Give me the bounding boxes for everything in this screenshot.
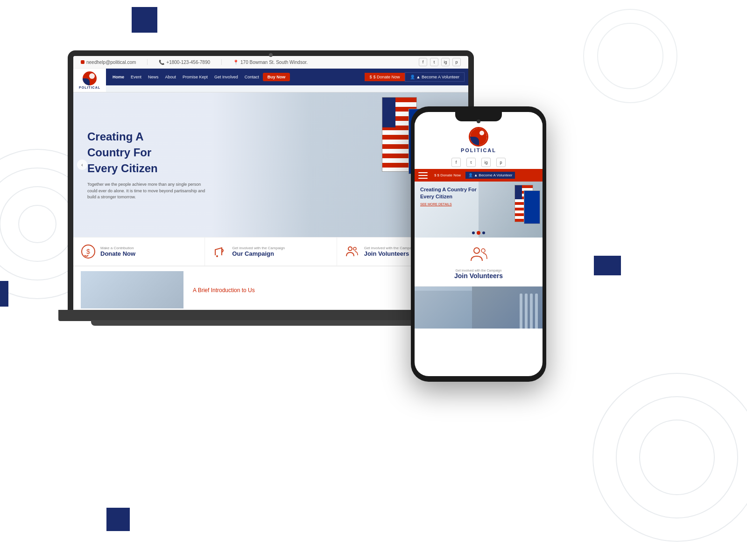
topbar-divider-2 [221,59,222,65]
scene: needhelp@political.com 📞 +1800-123-456-7… [0,0,747,560]
svg-point-8 [598,23,663,89]
address-text: 170 Bowman St. South Windsor. [240,60,308,65]
nav-getinvolved[interactable]: Get Involved [211,73,241,81]
hero-title: Creating A Country For Every Citizen [87,129,276,176]
svg-point-14 [474,248,479,253]
volunteer-icon: 👤 [410,75,415,79]
volunteers-card-text: Get involved with the Campaign Join Volu… [364,246,417,257]
phone-twitter-icon[interactable]: t [466,158,476,167]
buy-now-button[interactable]: Buy Now [263,73,290,81]
donate-small-text: Make a Contribution [100,246,135,250]
phone-see-more-link[interactable]: SEE MORE DETAILS [420,203,537,206]
campaign-small-text: Get involved with the Campaign [232,246,285,250]
phone-notch [455,112,502,121]
phone-info: 📞 +1800-123-456-7890 [159,60,210,65]
svg-point-15 [481,249,485,252]
intro-title: A Brief Introduction to Us [193,287,255,294]
svg-point-13 [353,247,356,250]
phone-donate-button[interactable]: $ $ Donate Now [431,172,464,179]
volunteers-large-text: Join Volunteers [364,250,417,257]
svg-text:$: $ [86,248,90,255]
action-cards-row: $ Make a Contribution Donate Now [73,237,468,266]
phone-donate-icon: $ [434,173,436,177]
nav-contact[interactable]: Contact [242,73,262,81]
website-topbar: needhelp@political.com 📞 +1800-123-456-7… [73,56,468,69]
svg-point-12 [348,247,352,251]
phone-screen: POLITICAL f t ig p [415,112,543,376]
svg-point-11 [216,255,218,257]
address-info: 📍 170 Bowman St. South Windsor. [233,60,308,65]
donate-card[interactable]: $ Make a Contribution Donate Now [73,238,205,266]
svg-point-5 [616,397,738,518]
phone-pinterest-icon[interactable]: p [496,158,506,167]
site-logo[interactable]: POLITICAL [73,69,106,92]
donate-large-text: Donate Now [100,250,135,257]
intro-section: A Brief Introduction to Us [73,266,468,312]
hero-content: Creating A Country For Every Citizen Tog… [73,119,290,210]
deco-square-4 [594,256,621,275]
pinterest-icon[interactable]: p [452,58,461,66]
svg-point-3 [19,205,56,243]
topbar-divider-1 [147,59,148,65]
phone-text: +1800-123-456-7890 [166,60,210,65]
phone-navbar: $ $ Donate Now 👤 ▲ Become A Volunteer [415,169,543,182]
hero-dot-2 [477,231,480,235]
hero-dot-3 [482,231,485,234]
hamburger-menu-icon[interactable] [418,172,428,179]
email-info: needhelp@political.com [81,60,136,65]
phone-facebook-icon[interactable]: f [451,158,461,167]
svg-point-4 [593,373,747,541]
phone-camera [477,119,480,123]
facebook-icon[interactable]: f [419,58,427,66]
phone-body: POLITICAL f t ig p [411,106,546,382]
laptop-camera [269,53,273,57]
volunteers-small-text: Get involved with the Campaign [364,246,417,250]
phone-intro-image [415,287,543,329]
laptop-screen: needhelp@political.com 📞 +1800-123-456-7… [73,56,468,312]
social-icons-group: f t ig p [419,58,461,66]
intro-text: A Brief Introduction to Us [183,286,255,294]
intro-image [81,271,183,308]
phone-content: POLITICAL f t ig p [415,112,543,376]
donate-icon: $ [369,75,372,79]
phone-hero-section: Creating A Country For Every Citizen SEE… [415,182,543,238]
hero-subtitle: Together we the people achieve more than… [87,182,209,201]
email-text: needhelp@political.com [86,60,136,65]
become-volunteer-button[interactable]: 👤 ▲ Become A Volunteer [405,72,465,82]
campaign-card-text: Get involved with the Campaign Our Campa… [232,246,285,257]
svg-point-2 [0,187,75,261]
phone-hero-title: Creating A Country For Every Citizen [420,186,481,201]
phone-action-small-label: Get involved with the Campaign [422,269,535,272]
phone-hero-dots [472,231,485,235]
nav-event[interactable]: Event [128,73,144,81]
donate-icon-large: $ [81,244,96,259]
donate-now-button[interactable]: $ $ Donate Now [365,73,404,81]
campaign-icon [212,244,227,259]
phone-instagram-icon[interactable]: ig [481,158,491,167]
phone-volunteer-icon: 👤 [468,173,473,177]
phone-action-section[interactable]: Get involved with the Campaign Join Volu… [415,238,543,287]
website-navbar: Home Event News About Promise Kept Get I… [106,69,468,85]
laptop-foot [91,320,451,326]
nav-about[interactable]: About [162,73,179,81]
phone-logo-text: POLITICAL [461,147,496,153]
deco-square-3 [106,508,130,531]
email-icon [81,60,85,64]
nav-home[interactable]: Home [110,73,127,81]
twitter-icon[interactable]: t [430,58,438,66]
phone-logo-section: POLITICAL [415,122,543,156]
deco-square-2 [0,281,8,307]
nav-news[interactable]: News [145,73,162,81]
campaign-large-text: Our Campaign [232,250,285,257]
svg-point-7 [584,9,677,103]
instagram-icon[interactable]: ig [441,58,450,66]
nav-promise[interactable]: Promise Kept [180,73,211,81]
location-icon: 📍 [233,60,239,65]
phone-action-large-label: Join Volunteers [422,272,535,280]
phone-icon: 📞 [159,60,164,65]
hero-prev-button[interactable]: ‹ [77,160,87,170]
phone-volunteer-button[interactable]: 👤 ▲ Become A Volunteer [465,172,515,179]
campaign-card[interactable]: Get involved with the Campaign Our Campa… [205,238,337,266]
logo-text: POLITICAL [79,86,100,89]
nav-menu: Home Event News About Promise Kept Get I… [110,73,361,81]
